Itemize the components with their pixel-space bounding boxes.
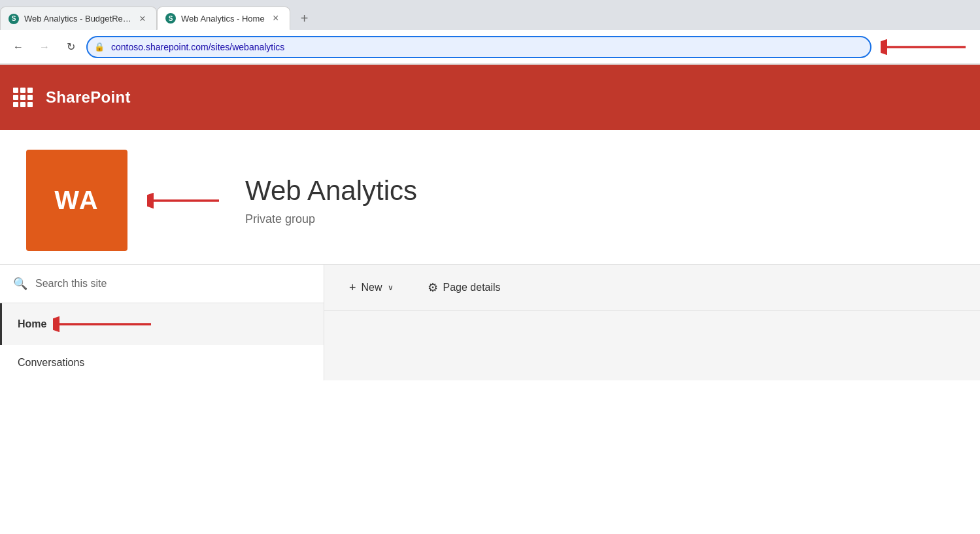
- site-header: WA Web Analytics Private group: [0, 130, 980, 251]
- address-bar-wrapper: 🔒: [86, 36, 871, 58]
- new-plus-icon: +: [349, 281, 356, 295]
- waffle-dot: [27, 102, 33, 107]
- tab-home[interactable]: S Web Analytics - Home ×: [157, 7, 290, 30]
- waffle-dot: [20, 88, 25, 93]
- sharepoint-logo-text: SharePoint: [46, 88, 131, 107]
- tab-favicon-2: S: [165, 13, 176, 24]
- lock-icon: 🔒: [94, 42, 105, 52]
- tab-close-1[interactable]: ×: [137, 13, 148, 25]
- search-icon: 🔍: [13, 276, 27, 291]
- search-placeholder-text: Search this site: [35, 278, 107, 290]
- nav-items: Home Conversations: [0, 303, 324, 380]
- page-details-button[interactable]: ⚙ Page details: [418, 275, 510, 300]
- address-arrow-annotation: [881, 37, 972, 57]
- reload-button[interactable]: ↻: [60, 37, 81, 58]
- waffle-dot: [20, 102, 25, 107]
- search-box[interactable]: 🔍 Search this site: [0, 265, 324, 303]
- tab-favicon-text-1: S: [12, 15, 16, 22]
- waffle-dot: [27, 88, 33, 93]
- nav-item-conversations-label: Conversations: [18, 357, 84, 369]
- content-toolbar: + New ∨ ⚙ Page details: [324, 265, 980, 311]
- browser-chrome: S Web Analytics - BudgetRequests × S Web…: [0, 0, 980, 65]
- waffle-dot: [13, 88, 18, 93]
- tab-bar: S Web Analytics - BudgetRequests × S Web…: [0, 0, 980, 30]
- waffle-dot: [13, 95, 18, 100]
- tab-label-2: Web Analytics - Home: [181, 14, 265, 24]
- new-chevron-icon: ∨: [388, 283, 394, 292]
- waffle-dot: [27, 95, 33, 100]
- site-subtitle: Private group: [245, 212, 417, 226]
- address-bar[interactable]: [86, 36, 871, 58]
- waffle-button[interactable]: [13, 88, 33, 107]
- site-title: Web Analytics: [245, 175, 417, 207]
- tab-close-2[interactable]: ×: [270, 12, 282, 24]
- site-logo-initials: WA: [54, 186, 99, 215]
- page-details-label: Page details: [443, 282, 501, 293]
- home-arrow-svg: [53, 315, 158, 333]
- nav-item-home-label: Home: [18, 318, 46, 330]
- gear-icon: ⚙: [428, 280, 438, 295]
- site-info: Web Analytics Private group: [245, 175, 417, 226]
- nav-item-conversations[interactable]: Conversations: [0, 345, 324, 380]
- waffle-dot: [20, 95, 25, 100]
- sharepoint-header: SharePoint: [0, 65, 980, 130]
- main-content: + New ∨ ⚙ Page details: [324, 265, 980, 380]
- back-button[interactable]: ←: [8, 37, 29, 58]
- forward-button[interactable]: →: [34, 37, 55, 58]
- new-button-label: New: [362, 282, 382, 293]
- tab-favicon-text-2: S: [169, 15, 173, 22]
- new-tab-button[interactable]: +: [293, 7, 316, 30]
- new-button[interactable]: + New ∨: [340, 276, 403, 300]
- logo-arrow-svg: [147, 191, 226, 210]
- address-bar-row: ← → ↻ 🔒: [0, 30, 980, 64]
- nav-item-home[interactable]: Home: [0, 303, 324, 345]
- tab-budget-requests[interactable]: S Web Analytics - BudgetRequests ×: [0, 7, 157, 30]
- nav-area: 🔍 Search this site Home Conversations: [0, 264, 980, 380]
- tab-favicon-1: S: [8, 14, 19, 24]
- waffle-dot: [13, 102, 18, 107]
- address-arrow-svg: [881, 37, 972, 57]
- left-nav: 🔍 Search this site Home Conversations: [0, 265, 324, 380]
- site-logo: WA: [26, 150, 127, 251]
- logo-arrow-annotation: [147, 191, 226, 210]
- tab-label-1: Web Analytics - BudgetRequests: [24, 14, 131, 24]
